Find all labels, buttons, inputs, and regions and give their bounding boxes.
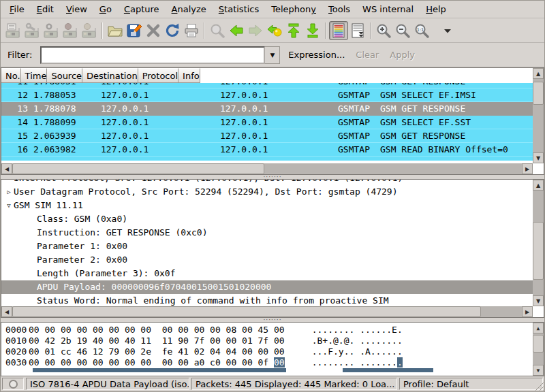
scroll-down-arrow-icon[interactable]: ▼	[533, 295, 544, 306]
protocol-tree-line[interactable]: Internet Protocol, Src: 127.0.0.1 (127.0…	[1, 180, 533, 185]
protocol-tree-line[interactable]: Length (Parameter 3): 0x0f	[1, 267, 533, 280]
expander-icon[interactable]	[27, 267, 37, 280]
column-header[interactable]: Destination	[82, 68, 138, 83]
scroll-right-arrow-icon[interactable]: ▶	[522, 306, 533, 317]
menu-item[interactable]: File	[3, 1, 31, 18]
list-interfaces-button[interactable]	[3, 21, 22, 40]
go-top-button[interactable]	[284, 21, 303, 40]
filter-input[interactable]	[40, 46, 265, 64]
column-header[interactable]: Source	[47, 68, 82, 83]
protocol-tree-line[interactable]: ▷ User Datagram Protocol, Src Port: 5229…	[1, 185, 533, 199]
details-horizontal-scrollbar[interactable]: ◀ ▶	[1, 306, 533, 317]
expander-icon[interactable]: ▷	[4, 185, 14, 199]
scroll-up-arrow-icon[interactable]: ▲	[533, 68, 544, 79]
toolbar-overflow-button[interactable]	[438, 21, 457, 40]
reload-button[interactable]	[163, 21, 182, 40]
menu-item[interactable]: Analyze	[166, 1, 213, 18]
expander-icon[interactable]	[4, 180, 14, 185]
hex-dump-row[interactable]: 0000 00 00 00 00 00 00 00 00 00 00 00 00…	[1, 325, 533, 336]
expander-icon[interactable]	[27, 294, 37, 306]
selected-byte[interactable]: 00	[274, 357, 285, 368]
clear-button[interactable]: Clear	[353, 50, 382, 60]
hex-dump-row[interactable]: 0020 00 01 cc 46 12 79 00 2e fe 41 02 04…	[1, 346, 533, 357]
packet-list-vertical-scrollbar[interactable]: ▲ ▼	[533, 68, 544, 163]
go-back-button[interactable]	[227, 21, 246, 40]
go-bottom-button[interactable]	[303, 21, 322, 40]
capture-start-button[interactable]	[42, 21, 61, 40]
scroll-down-arrow-icon[interactable]: ▼	[533, 152, 544, 163]
scrollbar-thumb[interactable]	[533, 222, 544, 280]
scrollbar-thumb[interactable]	[12, 163, 264, 174]
scroll-left-arrow-icon[interactable]: ◀	[1, 306, 12, 317]
scrollbar-thumb[interactable]	[12, 306, 481, 317]
zoom-out-button[interactable]	[393, 21, 412, 40]
capture-options-button[interactable]	[22, 21, 42, 40]
open-file-button[interactable]	[106, 21, 125, 40]
packet-list-horizontal-scrollbar[interactable]: ◀ ▶	[1, 163, 533, 174]
menu-item[interactable]: Tools	[322, 1, 356, 18]
packet-row[interactable]: 13 1.788078 127.0.0.1 127.0.0.1 GSMTAP G…	[1, 102, 533, 116]
find-button[interactable]	[208, 21, 227, 40]
hex-dump-row[interactable]: 0010 00 42 2b 19 40 00 40 11 11 90 7f 00…	[1, 336, 533, 346]
menu-item[interactable]: Go	[93, 1, 118, 18]
capture-stop-button[interactable]	[61, 21, 80, 40]
profile-status[interactable]: Profile: Default	[399, 378, 543, 390]
apply-button[interactable]: Apply	[387, 50, 418, 60]
colorize-button[interactable]	[329, 21, 348, 40]
column-header[interactable]: Protocol	[138, 68, 178, 83]
scroll-right-arrow-icon[interactable]: ▶	[522, 163, 533, 174]
scroll-up-arrow-icon[interactable]: ▲	[533, 323, 544, 333]
protocol-tree-line[interactable]: Class: GSM (0xa0)	[1, 212, 533, 226]
hex-dump-row[interactable]: 0030 00 00 00 00 00 00 00 00 00 00 a0 c0…	[1, 357, 533, 368]
expander-icon[interactable]	[27, 212, 37, 226]
packet-row[interactable]: 16 2.063982 127.0.0.1 127.0.0.1 GSMTAP G…	[1, 143, 533, 157]
column-header[interactable]: Time	[21, 68, 48, 83]
close-file-button[interactable]	[144, 21, 163, 40]
expander-icon[interactable]	[27, 226, 37, 240]
packet-row[interactable]: 11 1.788031 127.0.0.1 127.0.0.1 GSMTAP G…	[1, 83, 533, 88]
go-to-packet-button[interactable]	[265, 21, 284, 40]
protocol-tree-line[interactable]: APDU Payload: 000000096f0704001500150102…	[1, 280, 533, 294]
menu-item[interactable]: Help	[420, 1, 452, 18]
scroll-up-arrow-icon[interactable]: ▲	[533, 180, 544, 191]
packet-row[interactable]: 14 1.788099 127.0.0.1 127.0.0.1 GSMTAP G…	[1, 116, 533, 129]
print-button[interactable]	[182, 21, 201, 40]
menu-item[interactable]: Statistics	[213, 1, 265, 18]
expander-icon[interactable]	[27, 253, 37, 267]
expander-icon[interactable]	[27, 280, 37, 294]
capture-restart-button[interactable]	[80, 21, 99, 40]
hex-vertical-scrollbar[interactable]: ▲ ▼	[533, 323, 544, 376]
scroll-left-arrow-icon[interactable]: ◀	[1, 163, 12, 174]
hex-offset: 0020	[1, 346, 29, 357]
protocol-tree-line[interactable]: Parameter 2: 0x00	[1, 253, 533, 267]
protocol-tree-line[interactable]: Instruction: GET RESPONSE (0xc0)	[1, 226, 533, 240]
menu-item[interactable]: WS internal	[356, 1, 420, 18]
filter-dropdown-button[interactable]: ▼	[265, 46, 280, 64]
partially-visible-packet-row[interactable]	[1, 157, 533, 161]
go-forward-button[interactable]	[246, 21, 265, 40]
packet-row[interactable]: 12 1.788053 127.0.0.1 127.0.0.1 GSMTAP G…	[1, 88, 533, 102]
menu-item[interactable]: View	[60, 1, 93, 18]
menu-item[interactable]: Telephony	[265, 1, 322, 18]
details-vertical-scrollbar[interactable]: ▲ ▼	[533, 180, 544, 306]
protocol-tree-line[interactable]: Parameter 1: 0x00	[1, 240, 533, 253]
autoscroll-button[interactable]	[348, 21, 367, 40]
scrollbar-thumb[interactable]	[533, 82, 544, 105]
menu-item[interactable]: Edit	[31, 1, 60, 18]
expression-button[interactable]: Expression...	[285, 50, 347, 60]
save-file-button[interactable]	[125, 21, 144, 40]
column-header[interactable]: Info	[178, 68, 200, 83]
protocol-tree-line[interactable]: ▽ GSM SIM 11.11	[1, 199, 533, 212]
selected-ascii[interactable]: .	[397, 357, 403, 368]
scrollbar-thumb[interactable]	[533, 335, 544, 353]
zoom-in-button[interactable]	[374, 21, 393, 40]
zoom-actual-button[interactable]	[412, 21, 431, 40]
expander-icon[interactable]: ▽	[4, 199, 14, 212]
menu-item[interactable]: Capture	[118, 1, 166, 18]
column-header[interactable]: No.	[1, 68, 21, 83]
expert-info-button[interactable]	[2, 378, 24, 390]
protocol-tree-line[interactable]: Status Word: Normal ending of command wi…	[1, 294, 533, 306]
expander-icon[interactable]	[27, 240, 37, 253]
packet-row[interactable]: 15 2.063939 127.0.0.1 127.0.0.1 GSMTAP G…	[1, 129, 533, 143]
scroll-down-arrow-icon[interactable]: ▼	[533, 365, 544, 376]
